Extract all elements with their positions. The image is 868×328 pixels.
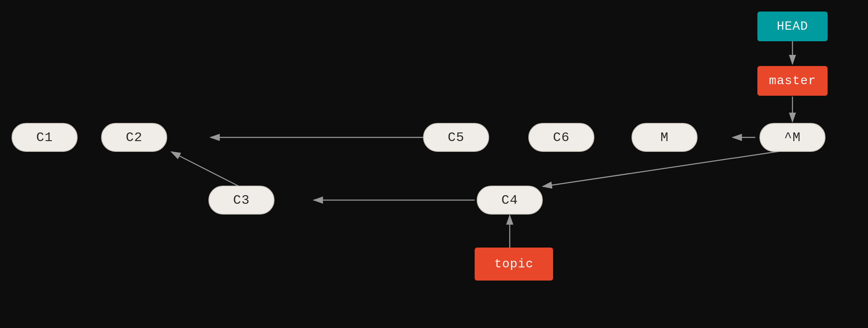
arrows-svg <box>0 0 868 328</box>
commit-c1: C1 <box>12 123 78 152</box>
svg-line-9 <box>543 151 784 186</box>
commit-c6: C6 <box>528 123 594 152</box>
commit-c5: C5 <box>423 123 489 152</box>
commit-caret-m: ^M <box>759 123 825 152</box>
commit-m: M <box>631 123 698 152</box>
master-label: master <box>757 66 828 96</box>
svg-line-11 <box>171 152 239 186</box>
commit-c2: C2 <box>101 123 167 152</box>
diagram-container: HEAD master ^M M C6 C5 C2 C1 C4 C3 topic <box>0 0 868 328</box>
topic-label: topic <box>475 248 553 281</box>
commit-c4: C4 <box>477 186 543 215</box>
commit-c3: C3 <box>208 186 274 215</box>
head-label: HEAD <box>757 12 828 41</box>
